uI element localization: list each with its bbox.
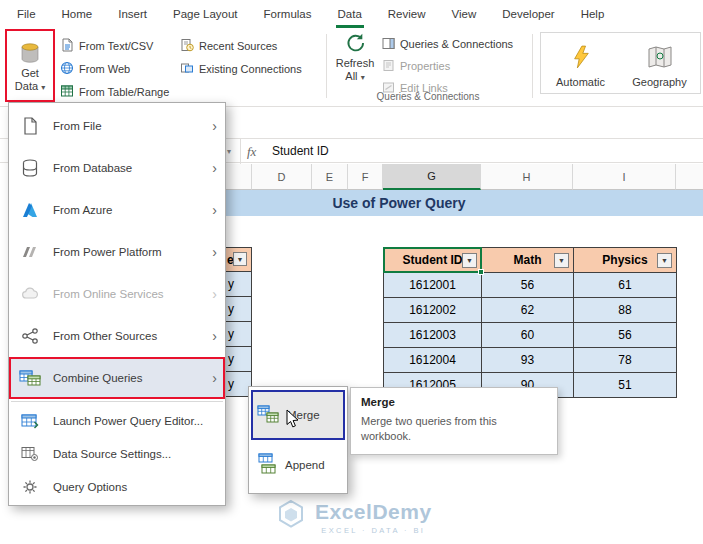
file-icon — [17, 116, 43, 136]
watermark-name: ExcelDemy — [315, 500, 432, 524]
queries-pane-icon — [382, 37, 395, 52]
menu-item-from-database[interactable]: From Database › — [9, 147, 225, 189]
menu-item-combine-queries[interactable]: Combine Queries › — [9, 357, 225, 399]
combine-queries-submenu: Merge Append — [248, 386, 348, 494]
cell[interactable]: 1612004 — [384, 348, 482, 373]
cell[interactable]: 61 — [574, 273, 677, 298]
tab-view[interactable]: View — [439, 0, 490, 28]
map-icon — [647, 44, 673, 72]
menu-item-from-file[interactable]: From File › — [9, 105, 225, 147]
tab-help[interactable]: Help — [568, 0, 618, 28]
gear-icon — [17, 479, 43, 495]
menu-item-launch-power-query-editor[interactable]: Launch Power Query Editor... — [9, 404, 225, 437]
refresh-icon — [344, 32, 366, 56]
column-header-D[interactable]: D — [252, 164, 312, 190]
queries-connections-button[interactable]: Queries & Connections — [382, 36, 513, 52]
properties-icon — [382, 59, 395, 74]
cell[interactable]: 1612003 — [384, 323, 482, 348]
formula-bar-value[interactable]: Student ID — [272, 144, 329, 158]
get-data-button[interactable]: Get Data ▾ — [8, 31, 52, 102]
cell[interactable]: 78 — [574, 348, 677, 373]
submenu-item-merge[interactable]: Merge — [251, 390, 345, 440]
power-platform-icon — [17, 242, 43, 262]
cell[interactable]: 1612002 — [384, 298, 482, 323]
tab-data[interactable]: Data — [325, 0, 375, 28]
menu-separator — [11, 401, 223, 402]
data-type-geography[interactable]: Geography — [620, 33, 699, 93]
header-cell-student-id[interactable]: Student ID ▼ — [384, 248, 482, 273]
menu-item-query-options[interactable]: Query Options — [9, 470, 225, 503]
fragment-cell[interactable]: y — [225, 297, 252, 322]
refresh-all-button[interactable]: Refresh All ▾ — [331, 32, 379, 82]
recent-sources-icon — [180, 38, 194, 54]
get-data-menu: From File › From Database › From Azure ›… — [8, 102, 226, 506]
existing-connections-button[interactable]: Existing Connections — [180, 61, 302, 77]
column-header-partial[interactable] — [225, 164, 252, 190]
data-types-gallery: Automatic Geography — [540, 32, 701, 94]
other-sources-icon — [17, 326, 43, 346]
tab-insert[interactable]: Insert — [105, 0, 160, 28]
tab-formulas[interactable]: Formulas — [251, 0, 325, 28]
fragment-cell[interactable]: y — [225, 322, 252, 347]
watermark-tagline: EXCEL · DATA · BI — [321, 526, 425, 535]
exceldemy-logo-icon — [276, 498, 306, 536]
azure-icon — [17, 200, 43, 220]
tab-page-layout[interactable]: Page Layout — [160, 0, 251, 28]
filter-dropdown-icon[interactable]: ▼ — [233, 252, 247, 266]
menu-item-from-power-platform[interactable]: From Power Platform › — [9, 231, 225, 273]
database-icon — [17, 158, 43, 178]
student-table: Student ID ▼ Math ▼ Physics ▼ 1612001 56… — [383, 247, 677, 398]
chevron-right-icon: › — [212, 202, 217, 218]
filter-dropdown-icon[interactable]: ▼ — [554, 253, 569, 268]
cell[interactable]: 60 — [482, 323, 574, 348]
chevron-right-icon: › — [212, 160, 217, 176]
column-header-partial[interactable] — [676, 164, 703, 190]
table-icon — [60, 84, 74, 100]
menu-item-from-other-sources[interactable]: From Other Sources › — [9, 315, 225, 357]
filter-dropdown-icon[interactable]: ▼ — [657, 253, 672, 268]
menu-item-from-online-services[interactable]: From Online Services › — [9, 273, 225, 315]
properties-button[interactable]: Properties — [382, 58, 450, 74]
append-icon — [257, 453, 277, 477]
tab-review[interactable]: Review — [375, 0, 439, 28]
chevron-right-icon: › — [212, 370, 217, 386]
sheet-title-cell[interactable]: Use of Power Query — [225, 190, 703, 216]
column-header-strip: D E F G H I — [225, 164, 703, 190]
chevron-right-icon: › — [212, 244, 217, 260]
from-table-range-button[interactable]: From Table/Range — [60, 84, 169, 100]
cell[interactable]: 56 — [482, 273, 574, 298]
submenu-item-append[interactable]: Append — [251, 440, 345, 490]
column-header-G[interactable]: G — [383, 164, 481, 190]
ribbon-separator — [326, 34, 327, 98]
chevron-right-icon: › — [212, 286, 217, 302]
column-header-I[interactable]: I — [573, 164, 676, 190]
name-box-caret-icon: ▾ — [227, 147, 231, 156]
cell[interactable]: 88 — [574, 298, 677, 323]
menu-item-data-source-settings[interactable]: Data Source Settings... — [9, 437, 225, 470]
column-header-E[interactable]: E — [312, 164, 348, 190]
cell[interactable]: 62 — [482, 298, 574, 323]
exceldemy-watermark: ExcelDemy EXCEL · DATA · BI — [276, 498, 432, 536]
recent-sources-button[interactable]: Recent Sources — [180, 38, 277, 54]
tab-developer[interactable]: Developer — [489, 0, 567, 28]
cell[interactable]: 56 — [574, 323, 677, 348]
column-header-F[interactable]: F — [348, 164, 383, 190]
queries-connections-group-label: Queries & Connections — [328, 91, 528, 102]
tab-home[interactable]: Home — [49, 0, 106, 28]
fragment-cell[interactable]: y — [225, 347, 252, 372]
cell[interactable]: 1612001 — [384, 273, 482, 298]
insert-function-button[interactable]: fx — [247, 144, 256, 160]
tab-file[interactable]: File — [4, 0, 49, 28]
data-type-automatic[interactable]: Automatic — [541, 33, 620, 93]
combine-queries-icon — [17, 368, 43, 388]
from-web-button[interactable]: From Web — [60, 61, 130, 77]
column-header-H[interactable]: H — [481, 164, 573, 190]
filter-dropdown-icon[interactable]: ▼ — [462, 253, 477, 268]
cell[interactable]: 93 — [482, 348, 574, 373]
fragment-cell[interactable]: y — [225, 272, 252, 297]
header-cell-math[interactable]: Math ▼ — [482, 248, 574, 273]
from-text-csv-button[interactable]: From Text/CSV — [60, 38, 153, 54]
menu-item-from-azure[interactable]: From Azure › — [9, 189, 225, 231]
cell[interactable]: 51 — [574, 373, 677, 398]
header-cell-physics[interactable]: Physics ▼ — [574, 248, 677, 273]
